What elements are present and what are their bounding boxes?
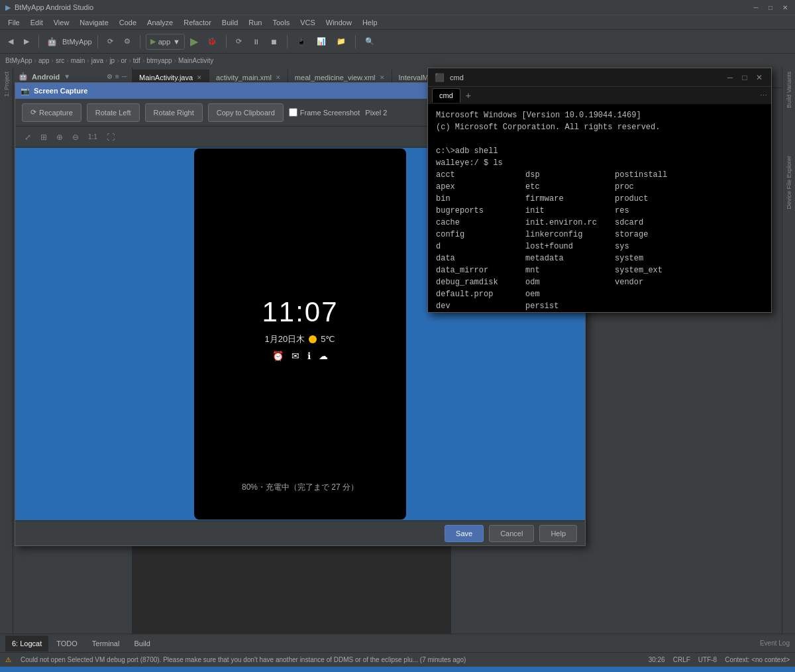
menu-code[interactable]: Code xyxy=(114,15,142,30)
toolbar-settings-btn[interactable]: ⚙ xyxy=(120,32,134,51)
cancel-btn[interactable]: Cancel xyxy=(489,525,534,542)
toolbar-btn-4[interactable]: 📱 xyxy=(293,32,310,51)
cmd-settings-btn[interactable]: ⋯ xyxy=(760,91,767,100)
tab-close-btn-2[interactable]: ✕ xyxy=(276,74,281,81)
cmd-dir-row-4: cacheinit.environ.rcsdcard xyxy=(436,217,763,229)
zoom-out-btn[interactable]: ⊖ xyxy=(70,131,81,143)
zoom-in-btn[interactable]: ⊕ xyxy=(54,131,66,143)
menu-analyze[interactable]: Analyze xyxy=(142,15,178,30)
todo-tab-label: TODO xyxy=(56,640,78,647)
menu-window[interactable]: Window xyxy=(321,15,357,30)
breadcrumb-or[interactable]: or xyxy=(121,57,127,64)
run-config-dropdown[interactable]: ▶ app ▼ xyxy=(146,34,185,50)
minimize-btn[interactable]: ─ xyxy=(751,4,761,11)
cursor-position[interactable]: 30:26 xyxy=(649,656,665,663)
tab-label: MainActivity.java xyxy=(139,74,193,82)
save-btn[interactable]: Save xyxy=(445,525,484,542)
toolbar-sync-btn[interactable]: ⟳ xyxy=(103,32,117,51)
breadcrumb-btmyapp[interactable]: BtMyApp xyxy=(5,57,32,64)
breadcrumb-btmyapp2[interactable]: btmyapp xyxy=(146,57,172,64)
frame-screenshot-checkbox[interactable] xyxy=(289,108,297,117)
debug-btn[interactable]: 🐞 xyxy=(203,32,221,51)
status-bar: ⚠ Could not open Selected VM debug port … xyxy=(0,652,795,667)
menu-navigate[interactable]: Navigate xyxy=(74,15,113,30)
panel-settings-btn[interactable]: ⚙ xyxy=(107,73,113,80)
tab-close-btn[interactable]: ✕ xyxy=(197,74,202,81)
encoding[interactable]: UTF-8 xyxy=(698,656,717,663)
device-file-explorer-tab[interactable]: Device File Explorer xyxy=(784,152,794,213)
cmd-tab-1[interactable]: cmd xyxy=(432,88,460,103)
toolbar-btn-6[interactable]: 📁 xyxy=(333,32,350,51)
recapture-btn[interactable]: ⟳ Recapture xyxy=(22,103,81,122)
cmd-maximize-btn[interactable]: □ xyxy=(739,73,750,82)
copy-clipboard-btn[interactable]: Copy to Clipboard xyxy=(208,103,284,122)
panel-close-btn[interactable]: ─ xyxy=(122,73,127,80)
run-button[interactable]: ▶ xyxy=(187,34,201,49)
menu-edit[interactable]: Edit xyxy=(25,15,48,30)
cmd-dir-row-9: debug_ramdiskodmvendor xyxy=(436,276,763,288)
rotate-right-btn[interactable]: Rotate Right xyxy=(145,103,203,122)
cmd-title: cmd xyxy=(450,74,719,82)
alarm-icon: ⏰ xyxy=(272,351,284,361)
status-right: 30:26 CRLF UTF-8 Context: <no context> xyxy=(649,656,790,663)
panel-layout-btn[interactable]: ≡ xyxy=(115,73,119,80)
menu-build[interactable]: Build xyxy=(217,15,243,30)
line-ending[interactable]: CRLF xyxy=(673,656,690,663)
bottom-tab-build[interactable]: Build xyxy=(127,636,156,651)
cloud-icon: ☁ xyxy=(319,351,328,361)
bottom-tab-terminal[interactable]: Terminal xyxy=(85,636,127,651)
terminal-tab-label: Terminal xyxy=(92,640,120,647)
zoom-fit-btn[interactable]: ⤢ xyxy=(22,131,34,143)
tab-close-btn-3[interactable]: ✕ xyxy=(380,74,385,81)
phone-mockup: 11:07 1月20日木 5℃ ⏰ ✉ ℹ ☁ 80%・充電中（完了まで 27 … xyxy=(194,148,406,520)
menu-view[interactable]: View xyxy=(48,15,75,30)
cmd-tabs-bar: cmd + ⋯ xyxy=(428,87,771,104)
new-tab-btn[interactable]: + xyxy=(463,90,474,101)
fullscreen-btn[interactable]: ⛶ xyxy=(104,131,117,143)
frame-screenshot-label: Frame Screenshot xyxy=(300,109,360,117)
menu-tools[interactable]: Tools xyxy=(267,15,295,30)
breadcrumb-java[interactable]: java xyxy=(91,57,103,64)
tab-label-3: meal_medicine_view.xml xyxy=(295,74,376,82)
toolbar-forward-btn[interactable]: ▶ xyxy=(20,32,33,51)
rotate-left-btn[interactable]: Rotate Left xyxy=(87,103,140,122)
menu-bar: File Edit View Navigate Code Analyze Ref… xyxy=(0,15,795,29)
breadcrumb-src[interactable]: src xyxy=(56,57,64,64)
bottom-tab-logcat[interactable]: 6: Logcat xyxy=(5,636,48,651)
menu-help[interactable]: Help xyxy=(357,15,383,30)
cmd-minimize-btn[interactable]: ─ xyxy=(725,73,735,82)
cmd-content[interactable]: Microsoft Windows [Version 10.0.19044.14… xyxy=(428,104,771,312)
menu-file[interactable]: File xyxy=(3,15,25,30)
toolbar-btn-3[interactable]: ⏹ xyxy=(266,32,282,51)
breadcrumb-app[interactable]: app xyxy=(38,57,50,64)
help-btn[interactable]: Help xyxy=(539,525,577,542)
dropdown-arrow: ▼ xyxy=(173,38,180,46)
build-variants-tab[interactable]: Build Variants xyxy=(784,68,794,112)
maximize-btn[interactable]: □ xyxy=(766,4,775,11)
phone-status-icons: ⏰ ✉ ℹ ☁ xyxy=(272,351,328,361)
menu-refactor[interactable]: Refactor xyxy=(178,15,217,30)
phone-top-content: 11:07 1月20日木 5℃ ⏰ ✉ ℹ ☁ xyxy=(262,175,338,482)
close-btn[interactable]: ✕ xyxy=(780,4,790,11)
zoom-level: 1:1 xyxy=(88,133,97,140)
grid-btn[interactable]: ⊞ xyxy=(38,131,50,143)
cmd-close-btn[interactable]: ✕ xyxy=(754,73,765,82)
breadcrumb-jp[interactable]: jp xyxy=(109,57,115,64)
menu-run[interactable]: Run xyxy=(243,15,267,30)
rotate-left-label: Rotate Left xyxy=(95,109,131,117)
breadcrumb-tdf[interactable]: tdf xyxy=(133,57,140,64)
menu-vcs[interactable]: VCS xyxy=(295,15,321,30)
toolbar: ◀ ▶ 🤖 BtMyApp ⟳ ⚙ ▶ app ▼ ▶ 🐞 ⟳ ⏸ ⏹ 📱 📊 … xyxy=(0,29,795,53)
cmd-dir-row-11: devpersist xyxy=(436,300,763,312)
event-log-btn[interactable]: Event Log xyxy=(760,640,790,647)
panel-dropdown-arrow[interactable]: ▼ xyxy=(64,73,70,80)
breadcrumb-main[interactable]: main xyxy=(71,57,85,64)
toolbar-btn-5[interactable]: 📊 xyxy=(313,32,330,51)
toolbar-back-btn[interactable]: ◀ xyxy=(4,32,17,51)
toolbar-btn-1[interactable]: ⟳ xyxy=(232,32,246,51)
project-tab[interactable]: 1: Project xyxy=(2,68,11,101)
bottom-tab-todo[interactable]: TODO xyxy=(50,636,84,651)
toolbar-btn-2[interactable]: ⏸ xyxy=(248,32,264,51)
breadcrumb-mainactivity[interactable]: MainActivity xyxy=(178,57,213,64)
search-everywhere-btn[interactable]: 🔍 xyxy=(361,32,378,51)
